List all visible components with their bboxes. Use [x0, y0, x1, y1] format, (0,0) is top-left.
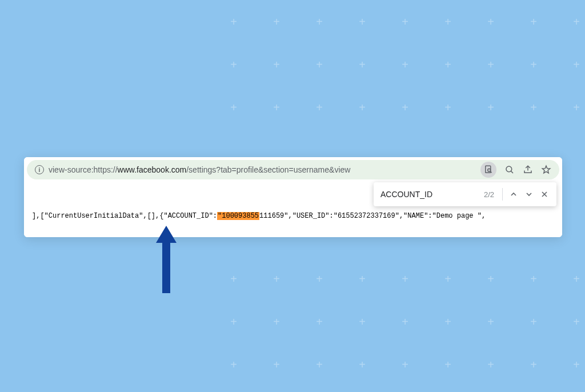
plus-decoration-icon: + [443, 17, 452, 26]
bookmark-star-icon[interactable] [541, 165, 551, 175]
toolbar-icons [480, 162, 556, 178]
plus-decoration-icon: + [272, 360, 281, 369]
plus-decoration-icon: + [358, 17, 367, 26]
share-icon[interactable] [523, 165, 533, 175]
browser-window: i view-source:https://www.facebook.com/s… [24, 157, 562, 237]
source-pre: ],["CurrentUserInitialData",[],{"ACCOUNT… [32, 212, 217, 220]
plus-decoration-icon: + [572, 317, 581, 326]
source-line: ],["CurrentUserInitialData",[],{"ACCOUNT… [32, 212, 554, 220]
find-bar: 2/2 [374, 182, 556, 206]
source-post: 111659","USER_ID":"61552372337169","NAME… [259, 212, 486, 220]
plus-decoration-icon: + [486, 60, 495, 69]
svg-point-3 [506, 166, 512, 172]
find-next-button[interactable] [523, 187, 536, 202]
url-host: www.facebook.com [118, 165, 187, 174]
find-in-page-icon[interactable] [480, 162, 496, 178]
svg-marker-5 [542, 166, 550, 173]
plus-decoration-icon: + [229, 103, 238, 112]
url-suffix: /settings?tab=profile&section=username&v… [186, 165, 350, 174]
plus-decoration-icon: + [358, 60, 367, 69]
plus-decoration-icon: + [400, 103, 410, 112]
svg-line-4 [511, 171, 513, 173]
plus-decoration-icon: + [486, 103, 495, 112]
plus-decoration-icon: + [229, 274, 238, 283]
find-count: 2/2 [484, 190, 498, 199]
plus-decoration-icon: + [572, 60, 581, 69]
plus-decoration-icon: + [572, 360, 581, 369]
url-text: view-source:https://www.facebook.com/set… [49, 165, 476, 174]
find-prev-button[interactable] [507, 187, 520, 202]
plus-decoration-icon: + [443, 360, 452, 369]
find-input[interactable] [379, 187, 482, 201]
plus-decoration-icon: + [315, 360, 324, 369]
plus-decoration-icon: + [529, 360, 538, 369]
plus-decoration-icon: + [315, 17, 324, 26]
plus-decoration-icon: + [572, 17, 581, 26]
plus-decoration-icon: + [443, 60, 452, 69]
plus-decoration-icon: + [400, 360, 410, 369]
plus-decoration-icon: + [315, 60, 324, 69]
plus-decoration-icon: + [400, 274, 410, 283]
plus-decoration-icon: + [400, 60, 410, 69]
plus-decoration-icon: + [229, 60, 238, 69]
address-bar-container: i view-source:https://www.facebook.com/s… [24, 157, 562, 182]
zoom-icon[interactable] [504, 165, 515, 175]
plus-decoration-icon: + [572, 103, 581, 112]
plus-decoration-icon: + [272, 103, 281, 112]
plus-decoration-icon: + [315, 103, 324, 112]
plus-decoration-icon: + [272, 17, 281, 26]
site-info-icon[interactable]: i [35, 165, 44, 174]
plus-decoration-icon: + [486, 317, 495, 326]
plus-decoration-icon: + [272, 274, 281, 283]
plus-decoration-icon: + [229, 360, 238, 369]
plus-decoration-icon: + [400, 317, 410, 326]
address-bar[interactable]: i view-source:https://www.facebook.com/s… [27, 160, 559, 179]
plus-decoration-icon: + [358, 103, 367, 112]
svg-point-1 [488, 169, 491, 171]
plus-decoration-icon: + [529, 103, 538, 112]
find-divider [502, 188, 503, 201]
plus-decoration-icon: + [443, 103, 452, 112]
plus-decoration-icon: + [486, 17, 495, 26]
plus-decoration-icon: + [315, 317, 324, 326]
plus-decoration-icon: + [486, 360, 495, 369]
plus-decoration-icon: + [229, 17, 238, 26]
find-close-button[interactable] [538, 187, 551, 202]
plus-decoration-icon: + [529, 317, 538, 326]
plus-decoration-icon: + [229, 317, 238, 326]
plus-decoration-icon: + [358, 274, 367, 283]
plus-decoration-icon: + [315, 274, 324, 283]
plus-decoration-icon: + [272, 317, 281, 326]
plus-decoration-icon: + [529, 274, 538, 283]
plus-decoration-icon: + [572, 274, 581, 283]
plus-decoration-icon: + [358, 317, 367, 326]
plus-decoration-icon: + [272, 60, 281, 69]
url-prefix: view-source:https:// [49, 165, 118, 174]
plus-decoration-icon: + [443, 317, 452, 326]
plus-decoration-icon: + [443, 274, 452, 283]
plus-decoration-icon: + [486, 274, 495, 283]
plus-decoration-icon: + [529, 60, 538, 69]
plus-decoration-icon: + [358, 360, 367, 369]
source-highlight: "100093855 [217, 212, 259, 220]
plus-decoration-icon: + [400, 17, 410, 26]
plus-decoration-icon: + [529, 17, 538, 26]
